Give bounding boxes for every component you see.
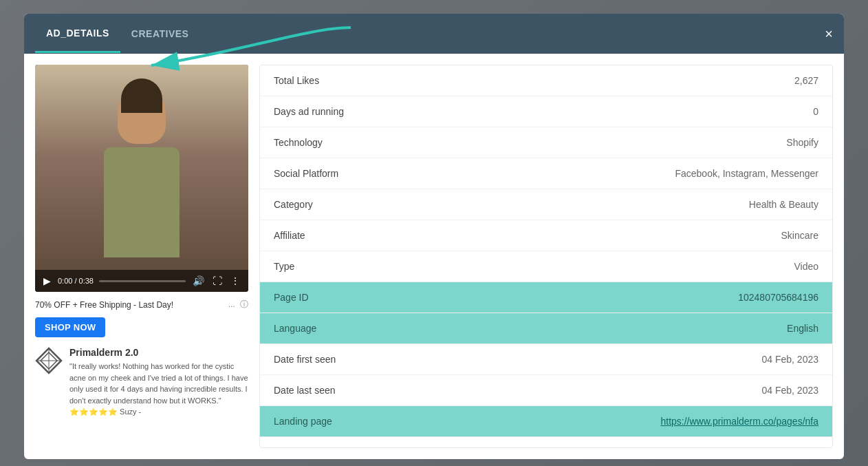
detail-label-9: Date first seen [274, 354, 336, 365]
person-head [118, 89, 166, 144]
video-thumbnail [35, 65, 248, 292]
flag-item-3: 🇦🇪United Arab Emirates, [521, 445, 615, 448]
video-time: 0:00 / 0:38 [58, 277, 94, 285]
detail-label-8: Language [274, 323, 316, 334]
brand-review: "It really works! Nothing has worked for… [69, 361, 248, 418]
left-panel: ▶ 0:00 / 0:38 🔊 ⛶ ⋮ 70% OFF + Free Shipp… [35, 65, 248, 448]
flag-emoji-3: 🇦🇪 [521, 445, 532, 448]
country-name-0: Malta, [349, 447, 372, 448]
ad-title-row: 70% OFF + Free Shipping - Last Day! ... … [35, 299, 248, 310]
person-body [104, 147, 180, 257]
flag-emoji-4: 🇵🇹 [618, 445, 629, 448]
flag-emoji-0: 🇲🇹 [336, 445, 347, 448]
flag-emoji-7: 🇪🇸 [759, 445, 770, 448]
countries-section: Countries 🇲🇹Malta,🇺🇸United States,🇬🇧Unit… [260, 436, 832, 448]
detail-row-8: LanguageEnglish [260, 313, 832, 344]
ad-options[interactable]: ... ⓘ [228, 299, 248, 310]
close-button[interactable]: × [825, 27, 833, 41]
detail-value-1: 0 [813, 106, 818, 117]
flag-item-1: 🇺🇸United States, [375, 445, 440, 448]
country-name-3: United Arab Emirates, [534, 447, 615, 448]
detail-value-4: Health & Beauty [749, 199, 818, 210]
flag-item-6: 🇮🇪Ireland, [715, 445, 756, 448]
detail-label-3: Social Platform [274, 168, 338, 179]
detail-row-7: Page ID102480705684196 [260, 282, 832, 313]
ad-title: 70% OFF + Free Shipping - Last Day! [35, 300, 173, 310]
detail-row-6: TypeVideo [260, 251, 832, 282]
detail-label-5: Affiliate [274, 230, 305, 241]
video-container: ▶ 0:00 / 0:38 🔊 ⛶ ⋮ [35, 65, 248, 292]
person-silhouette [100, 89, 183, 268]
country-name-7: Spain, [772, 447, 796, 448]
countries-label: Countries [274, 445, 329, 448]
more-button[interactable]: ⋮ [229, 274, 241, 288]
country-name-5: Canada, [681, 447, 712, 448]
fullscreen-button[interactable]: ⛶ [211, 274, 224, 288]
detail-value-7: 102480705684196 [738, 292, 818, 303]
modal-body: ▶ 0:00 / 0:38 🔊 ⛶ ⋮ 70% OFF + Free Shipp… [24, 54, 844, 459]
detail-row-4: CategoryHealth & Beauty [260, 189, 832, 220]
detail-label-10: Date last seen [274, 385, 336, 396]
detail-value-2: Shopify [786, 137, 818, 148]
detail-row-0: Total Likes2,627 [260, 65, 832, 96]
detail-value-8: English [787, 323, 818, 334]
detail-row-11[interactable]: Landing pagehttps://www.primalderm.co/pa… [260, 406, 832, 436]
ad-details-modal: AD_DETAILS CREATIVES × ▶ 0:00 / 0 [24, 14, 844, 459]
volume-button[interactable]: 🔊 [191, 274, 206, 288]
detail-row-1: Days ad running0 [260, 96, 832, 127]
flag-emoji-2: 🇬🇧 [443, 445, 455, 448]
flag-item-2: 🇬🇧United Kingdom, [443, 445, 518, 448]
right-panel: Total Likes2,627Days ad running0Technolo… [259, 65, 833, 448]
detail-row-3: Social PlatformFacebook, Instagram, Mess… [260, 158, 832, 189]
detail-value-0: 2,627 [794, 75, 818, 86]
detail-row-10: Date last seen04 Feb, 2023 [260, 375, 832, 406]
detail-row-5: AffiliateSkincare [260, 220, 832, 251]
info-icon: ⓘ [240, 299, 248, 309]
person-hair [121, 78, 162, 113]
flag-item-0: 🇲🇹Malta, [336, 445, 372, 448]
detail-label-1: Days ad running [274, 106, 344, 117]
country-name-2: United Kingdom, [457, 447, 518, 448]
options-dots: ... [228, 299, 235, 309]
detail-value-3: Facebook, Instagram, Messenger [675, 168, 818, 179]
progress-bar[interactable] [99, 280, 186, 282]
detail-value-10: 04 Feb, 2023 [761, 385, 818, 396]
detail-label-0: Total Likes [274, 75, 319, 86]
details-table: Total Likes2,627Days ad running0Technolo… [260, 65, 832, 436]
flag-item-4: 🇵🇹Portugal, [618, 445, 664, 448]
flag-item-7: 🇪🇸Spain, [759, 445, 796, 448]
country-name-6: Ireland, [728, 447, 756, 448]
countries-row: Countries 🇲🇹Malta,🇺🇸United States,🇬🇧Unit… [274, 445, 818, 448]
flag-emoji-1: 🇺🇸 [375, 445, 387, 448]
detail-label-4: Category [274, 199, 313, 210]
detail-label-7: Page ID [274, 292, 309, 303]
brand-info: Primalderm 2.0 "It really works! Nothing… [69, 347, 248, 418]
flag-emoji-6: 🇮🇪 [715, 445, 726, 448]
brand-row: Primalderm 2.0 "It really works! Nothing… [35, 347, 248, 418]
detail-row-2: TechnologyShopify [260, 127, 832, 158]
flag-emoji-5: 🇨🇦 [667, 445, 679, 448]
flag-item-5: 🇨🇦Canada, [667, 445, 712, 448]
shop-now-button[interactable]: SHOP NOW [35, 317, 105, 337]
detail-value-9: 04 Feb, 2023 [761, 354, 818, 365]
detail-label-6: Type [274, 261, 294, 272]
brand-name: Primalderm 2.0 [69, 347, 248, 358]
country-name-4: Portugal, [631, 447, 664, 448]
detail-value-5: Skincare [781, 230, 818, 241]
countries-flags: 🇲🇹Malta,🇺🇸United States,🇬🇧United Kingdom… [336, 445, 818, 448]
brand-logo [35, 347, 63, 374]
detail-row-9: Date first seen04 Feb, 2023 [260, 344, 832, 375]
tab-ad-details[interactable]: AD_DETAILS [35, 15, 120, 53]
detail-value-11[interactable]: https://www.primalderm.co/pages/nfa [660, 416, 818, 427]
tab-creatives[interactable]: CREATIVES [120, 16, 200, 52]
play-button[interactable]: ▶ [42, 274, 52, 288]
video-controls: ▶ 0:00 / 0:38 🔊 ⛶ ⋮ [35, 270, 248, 292]
modal-header: AD_DETAILS CREATIVES × [24, 14, 844, 54]
detail-label-11: Landing page [274, 416, 332, 427]
detail-label-2: Technology [274, 137, 323, 148]
detail-value-6: Video [794, 261, 818, 272]
country-name-1: United States, [389, 447, 440, 448]
